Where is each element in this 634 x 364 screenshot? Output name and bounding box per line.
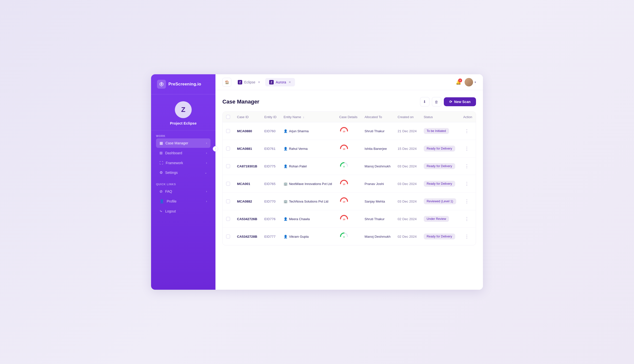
action-cell: ⋮ xyxy=(460,158,476,175)
entity-type-icon: 🏢 xyxy=(284,200,288,203)
sidebar-item-label: Case Manager xyxy=(166,141,188,145)
arrow-icon: › xyxy=(206,161,207,165)
case-id-cell: CA5342728B xyxy=(234,228,261,246)
created-on-cell: 21 Dec 2024 xyxy=(394,122,420,140)
entity-name-cell: 🏢 TechNova Solutions Pvt Ltd xyxy=(280,193,336,210)
row-checkbox[interactable] xyxy=(226,234,230,238)
svg-text:10: 10 xyxy=(343,218,345,221)
tab-eclipse[interactable]: Z Eclipse ✕ xyxy=(234,78,264,86)
svg-text:10: 10 xyxy=(343,183,345,186)
row-action-button[interactable]: ⋮ xyxy=(463,233,470,240)
status-badge: Ready for Delivery xyxy=(424,163,455,169)
arrow-icon: › xyxy=(206,151,207,155)
new-scan-button[interactable]: ⟳ New Scan xyxy=(444,97,476,106)
created-on-cell: 03 Dec 2024 xyxy=(394,175,420,193)
project-avatar: Z xyxy=(175,101,192,118)
user-menu-button[interactable]: ▾ xyxy=(464,78,476,86)
entity-name-cell: 👤 Vikram Gupta xyxy=(280,228,336,246)
row-checkbox-cell xyxy=(223,210,234,228)
tab-close-aurora[interactable]: ✕ xyxy=(288,80,291,84)
sidebar-item-case-manager[interactable]: ▦ Case Manager › xyxy=(156,138,210,148)
allocated-to-cell: Shruti Thakur xyxy=(361,210,394,228)
row-checkbox[interactable] xyxy=(226,199,230,203)
page-content: Case Manager ⬇ 🗑 ⟳ New Scan Case ID xyxy=(216,90,483,290)
sidebar: PreScreening.io Z Project Eclipse ‹ WORK… xyxy=(151,74,216,290)
row-action-button[interactable]: ⋮ xyxy=(463,216,470,222)
svg-text:0: 0 xyxy=(343,236,344,238)
row-action-button[interactable]: ⋮ xyxy=(463,145,470,152)
project-name: Project Eclipse xyxy=(170,121,197,125)
sidebar-item-dashboard[interactable]: ⊞ Dashboard › xyxy=(156,148,210,158)
allocated-to-cell: Shruti Thakur xyxy=(361,122,394,140)
sidebar-item-logout[interactable]: ⤷ Logout xyxy=(156,206,210,216)
case-id-cell: CA5342726B xyxy=(234,210,261,228)
case-details-cell: 10 xyxy=(336,175,361,193)
created-on-cell: 03 Dec 2024 xyxy=(394,158,420,175)
case-details-cell: 10 xyxy=(336,193,361,210)
entity-name-text: NextWave Innovations Pvt Ltd xyxy=(289,182,332,186)
entity-name-text: Rahul Verma xyxy=(289,147,308,150)
row-action-button[interactable]: ⋮ xyxy=(463,128,470,134)
entity-name-text: Meera Chawla xyxy=(289,217,310,221)
entity-id-cell: EID777 xyxy=(261,228,280,246)
status-cell: Under Review xyxy=(420,210,460,228)
entity-id-cell: EID761 xyxy=(261,140,280,158)
sidebar-item-faq[interactable]: ⊘ FAQ › xyxy=(156,187,210,196)
tab-close-eclipse[interactable]: ✕ xyxy=(258,80,260,84)
case-details-cell: 10 xyxy=(336,122,361,140)
row-action-button[interactable]: ⋮ xyxy=(463,198,470,204)
sidebar-item-settings[interactable]: ⚙ Settings ⌄ xyxy=(156,168,210,177)
new-scan-icon: ⟳ xyxy=(449,100,452,104)
row-checkbox[interactable] xyxy=(226,164,230,168)
created-on-cell: 02 Dec 2024 xyxy=(394,228,420,246)
row-checkbox-cell xyxy=(223,228,234,246)
tab-aurora[interactable]: Z Aurora ✕ xyxy=(265,78,295,86)
framework-icon: ⛶ xyxy=(160,161,163,165)
status-cell: To be Initiated xyxy=(420,122,460,140)
table-header-row: Case ID Entity ID Entity Name ↕ Case Det… xyxy=(223,112,476,122)
download-button[interactable]: ⬇ xyxy=(420,97,430,106)
case-details-cell: 10 xyxy=(336,140,361,158)
topbar: 🏠 Z Eclipse ✕ Z Aurora ✕ 🔔 4 xyxy=(216,74,483,90)
row-checkbox[interactable] xyxy=(226,146,230,150)
risk-gauge: 10 xyxy=(339,214,349,224)
status-cell: Ready for Delivery xyxy=(420,140,460,158)
select-all-checkbox[interactable] xyxy=(226,115,230,119)
entity-id-cell: EID760 xyxy=(261,122,280,140)
row-checkbox[interactable] xyxy=(226,182,230,186)
sidebar-collapse-btn[interactable]: ‹ xyxy=(213,146,218,152)
row-action-button[interactable]: ⋮ xyxy=(463,180,470,187)
tab-label: Aurora xyxy=(276,80,286,84)
header-actions: ⬇ 🗑 ⟳ New Scan xyxy=(420,97,476,106)
allocated-to-cell: Manoj Deshmukh xyxy=(361,158,394,175)
sidebar-item-framework[interactable]: ⛶ Framework › xyxy=(156,158,210,168)
row-action-button[interactable]: ⋮ xyxy=(463,163,470,169)
row-checkbox-cell xyxy=(223,175,234,193)
col-entity-name[interactable]: Entity Name ↕ xyxy=(280,112,336,122)
entity-name-text: Rohan Patel xyxy=(289,164,307,168)
home-button[interactable]: 🏠 xyxy=(222,78,231,87)
table-row: MCA0881 EID761 👤 Rahul Verma 10 Ishita B… xyxy=(223,140,476,158)
notifications-button[interactable]: 🔔 4 xyxy=(456,80,461,85)
case-details-cell: 0 xyxy=(336,228,361,246)
status-badge: Reviewed (Level 1) xyxy=(424,198,456,204)
entity-type-icon: 👤 xyxy=(284,235,288,238)
entity-type-icon: 👤 xyxy=(284,147,288,150)
entity-type-icon: 👤 xyxy=(284,217,288,221)
row-checkbox[interactable] xyxy=(226,129,230,133)
eclipse-tab-icon: Z xyxy=(238,80,242,84)
sidebar-item-label: Framework xyxy=(166,161,183,165)
sidebar-item-label: Settings xyxy=(165,170,178,174)
sidebar-item-profile[interactable]: 👤 Profile › xyxy=(156,196,210,206)
col-created-on: Created on xyxy=(394,112,420,122)
logo-icon xyxy=(157,80,166,89)
svg-text:0: 0 xyxy=(343,166,344,168)
table-row: MCA001 EID765 🏢 NextWave Innovations Pvt… xyxy=(223,175,476,193)
row-checkbox[interactable] xyxy=(226,217,230,221)
sidebar-item-label: Dashboard xyxy=(165,151,182,155)
sidebar-logo: PreScreening.io xyxy=(151,74,216,94)
status-cell: Ready for Delivery xyxy=(420,158,460,175)
delete-button[interactable]: 🗑 xyxy=(432,97,441,106)
risk-gauge: 0 xyxy=(339,232,349,241)
col-case-id: Case ID xyxy=(234,112,261,122)
